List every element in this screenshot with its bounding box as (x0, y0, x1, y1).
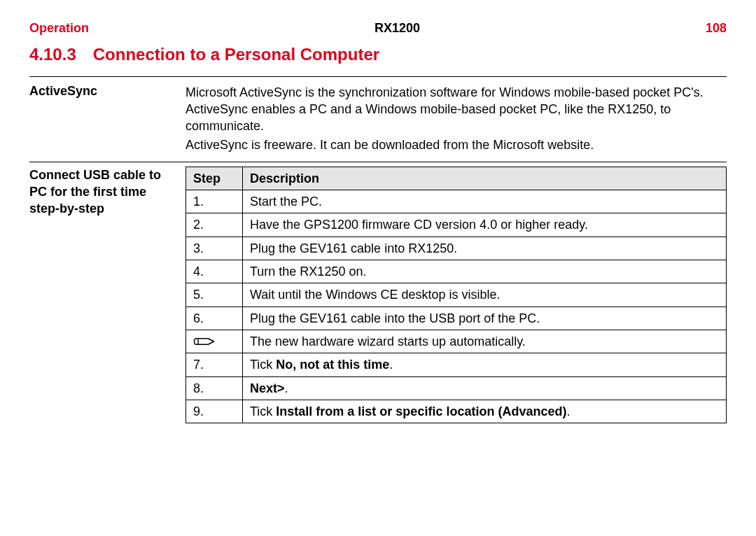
header-left: Operation (29, 20, 89, 36)
description-text: . (566, 404, 570, 418)
description-cell: Next>. (243, 376, 727, 400)
description-text: No, not at this time (276, 358, 389, 372)
step-cell: 4. (186, 260, 243, 283)
activesync-p1: Microsoft ActiveSync is the synchronizat… (186, 84, 727, 135)
activesync-block: ActiveSync Microsoft ActiveSync is the s… (29, 83, 727, 155)
description-cell: Have the GPS1200 firmware CD version 4.0… (243, 213, 727, 237)
steps-table: Step Description 1.Start the PC.2.Have t… (186, 167, 727, 423)
description-text: Wait until the Windows CE desktop is vis… (250, 288, 500, 302)
step-cell: 8. (186, 376, 243, 400)
table-row: 1.Start the PC. (186, 190, 727, 213)
table-row: 4.Turn the RX1250 on. (186, 260, 727, 283)
table-row: 9.Tick Install from a list or specific l… (186, 400, 727, 423)
step-cell (186, 330, 243, 353)
description-text: Tick (250, 404, 276, 418)
description-text: Install from a list or specific location… (276, 404, 566, 418)
description-cell: Start the PC. (243, 190, 727, 213)
divider (29, 76, 727, 77)
table-row: 5.Wait until the Windows CE desktop is v… (186, 283, 727, 306)
description-cell: Tick No, not at this time. (243, 353, 727, 376)
description-text: Plug the GEV161 cable into the USB port … (250, 311, 540, 325)
description-text: Plug the GEV161 cable into RX1250. (250, 241, 457, 255)
section-number: 4.10.3 (29, 43, 76, 66)
description-text: Start the PC. (250, 195, 322, 209)
col-step: Step (186, 167, 243, 190)
table-row: 6.Plug the GEV161 cable into the USB por… (186, 306, 727, 330)
description-cell: Tick Install from a list or specific loc… (243, 400, 727, 423)
description-text: Have the GPS1200 firmware CD version 4.0… (250, 218, 588, 232)
col-description: Description (243, 167, 727, 190)
description-text: Turn the RX1250 on. (250, 265, 366, 278)
activesync-body: Microsoft ActiveSync is the synchronizat… (186, 83, 727, 155)
table-row: 8.Next>. (186, 376, 727, 400)
step-cell: 3. (186, 237, 243, 260)
description-cell: Plug the GEV161 cable into the USB port … (243, 306, 727, 330)
section-heading: 4.10.3Connection to a Personal Computer (29, 43, 727, 66)
table-row: 3.Plug the GEV161 cable into RX1250. (186, 237, 727, 260)
step-cell: 1. (186, 190, 243, 213)
description-text: . (389, 358, 393, 372)
activesync-p2: ActiveSync is freeware. It can be downlo… (186, 136, 727, 153)
description-text: The new hardware wizard starts up automa… (250, 334, 526, 348)
description-text: Next> (250, 381, 285, 395)
description-cell: Wait until the Windows CE desktop is vis… (243, 283, 727, 306)
table-row: 2.Have the GPS1200 firmware CD version 4… (186, 213, 727, 237)
step-cell: 5. (186, 283, 243, 306)
description-text: . (285, 381, 288, 395)
header-right: 108 (706, 20, 727, 36)
table-row: 7.Tick No, not at this time. (186, 353, 727, 376)
section-title-text: Connection to a Personal Computer (93, 45, 379, 64)
activesync-label: ActiveSync (29, 83, 173, 155)
steps-label: Connect USB cable to PC for the first ti… (29, 167, 173, 423)
divider (29, 162, 727, 162)
description-cell: Turn the RX1250 on. (243, 260, 727, 283)
steps-block: Connect USB cable to PC for the first ti… (29, 167, 727, 423)
header-center: RX1200 (89, 20, 706, 36)
table-row: The new hardware wizard starts up automa… (186, 330, 727, 353)
step-cell: 7. (186, 353, 243, 376)
description-cell: Plug the GEV161 cable into RX1250. (243, 237, 727, 260)
step-cell: 6. (186, 306, 243, 330)
page-header: Operation RX1200 108 (29, 20, 727, 36)
steps-table-wrap: Step Description 1.Start the PC.2.Have t… (186, 167, 727, 423)
step-cell: 9. (186, 400, 243, 423)
description-cell: The new hardware wizard starts up automa… (243, 330, 727, 353)
description-text: Tick (250, 358, 276, 372)
pointing-hand-icon (193, 333, 235, 350)
step-cell: 2. (186, 213, 243, 237)
